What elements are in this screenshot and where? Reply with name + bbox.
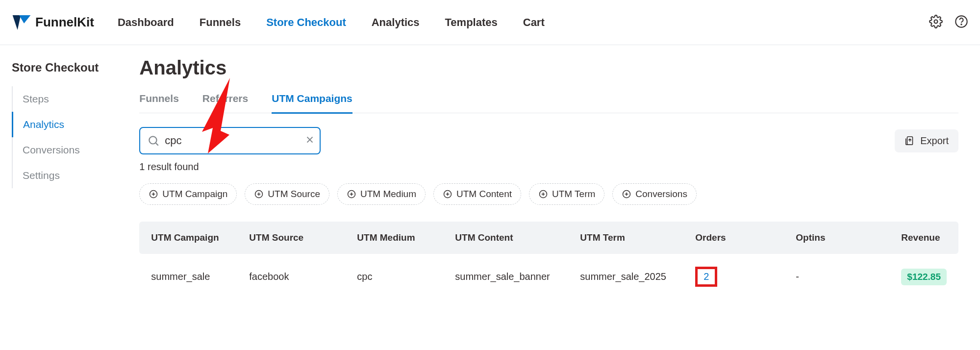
- chip-conversions[interactable]: Conversions: [612, 183, 697, 205]
- sidebar-item-settings[interactable]: Settings: [12, 163, 127, 188]
- tab-funnels[interactable]: Funnels: [139, 93, 179, 113]
- chip-utm-content[interactable]: UTM Content: [433, 183, 521, 205]
- clear-icon[interactable]: [304, 134, 315, 147]
- top-navigation: Dashboard Funnels Store Checkout Analyti…: [118, 16, 545, 29]
- cell-term: summer_sale_2025: [580, 271, 695, 282]
- tab-utm-campaigns[interactable]: UTM Campaigns: [272, 93, 352, 114]
- export-label: Export: [920, 135, 949, 147]
- cell-source: facebook: [249, 271, 357, 282]
- topbar: FunnelKit Dashboard Funnels Store Checko…: [0, 0, 980, 45]
- col-revenue: Revenue: [901, 232, 947, 243]
- cell-orders: 2: [695, 267, 796, 287]
- cell-medium: cpc: [357, 271, 455, 282]
- brand-logo[interactable]: FunnelKit: [12, 14, 94, 31]
- sidebar-item-analytics[interactable]: Analytics: [12, 112, 127, 137]
- nav-funnels[interactable]: Funnels: [200, 16, 241, 29]
- analytics-tabs: Funnels Referrers UTM Campaigns: [139, 93, 958, 113]
- plus-circle-icon: [622, 189, 631, 199]
- cell-content: summer_sale_banner: [455, 271, 580, 282]
- help-icon[interactable]: [955, 15, 968, 30]
- plus-circle-icon: [538, 189, 548, 199]
- col-utm-term: UTM Term: [580, 232, 695, 243]
- col-utm-medium: UTM Medium: [357, 232, 455, 243]
- brand-name: FunnelKit: [35, 15, 94, 30]
- nav-store-checkout[interactable]: Store Checkout: [266, 16, 346, 29]
- funnelkit-logo-icon: [12, 14, 31, 31]
- orders-highlight-box: 2: [695, 267, 717, 287]
- revenue-badge: $122.85: [901, 269, 947, 285]
- chip-utm-term[interactable]: UTM Term: [529, 183, 604, 205]
- tab-referrers[interactable]: Referrers: [202, 93, 248, 113]
- col-utm-source: UTM Source: [249, 232, 357, 243]
- cell-optins: -: [796, 271, 901, 282]
- search-box[interactable]: [139, 127, 321, 154]
- sidebar-item-steps[interactable]: Steps: [12, 86, 127, 112]
- sidebar-title: Store Checkout: [12, 61, 127, 75]
- search-icon: [147, 134, 160, 147]
- plus-circle-icon: [347, 189, 356, 199]
- table-row: summer_sale facebook cpc summer_sale_ban…: [139, 254, 958, 300]
- svg-point-2: [961, 24, 961, 25]
- svg-line-4: [156, 143, 158, 146]
- export-icon: [905, 135, 915, 146]
- export-button[interactable]: Export: [895, 129, 958, 152]
- results-count: 1 result found: [139, 161, 958, 173]
- utm-table: UTM Campaign UTM Source UTM Medium UTM C…: [139, 222, 958, 300]
- nav-analytics[interactable]: Analytics: [372, 16, 420, 29]
- orders-link[interactable]: 2: [704, 271, 709, 282]
- sidebar: Store Checkout Steps Analytics Conversio…: [0, 45, 139, 311]
- svg-point-0: [934, 20, 938, 23]
- nav-cart[interactable]: Cart: [523, 16, 545, 29]
- col-orders: Orders: [695, 232, 796, 243]
- col-utm-campaign: UTM Campaign: [151, 232, 249, 243]
- main-content: Analytics Funnels Referrers UTM Campaign…: [139, 45, 980, 311]
- search-input[interactable]: [160, 134, 304, 147]
- gear-icon[interactable]: [929, 15, 943, 30]
- cell-campaign: summer_sale: [151, 271, 249, 282]
- plus-circle-icon: [443, 189, 452, 199]
- col-optins: Optins: [796, 232, 901, 243]
- svg-point-3: [150, 136, 157, 144]
- plus-circle-icon: [149, 189, 158, 199]
- cell-revenue: $122.85: [901, 269, 947, 285]
- filter-chips: UTM Campaign UTM Source UTM Medium UTM C…: [139, 183, 958, 205]
- chip-utm-medium[interactable]: UTM Medium: [337, 183, 426, 205]
- nav-templates[interactable]: Templates: [445, 16, 498, 29]
- plus-circle-icon: [254, 189, 264, 199]
- nav-dashboard[interactable]: Dashboard: [118, 16, 174, 29]
- chip-utm-source[interactable]: UTM Source: [245, 183, 329, 205]
- table-header: UTM Campaign UTM Source UTM Medium UTM C…: [139, 222, 958, 254]
- chip-utm-campaign[interactable]: UTM Campaign: [139, 183, 237, 205]
- sidebar-item-conversions[interactable]: Conversions: [12, 137, 127, 163]
- col-utm-content: UTM Content: [455, 232, 580, 243]
- page-title: Analytics: [139, 57, 958, 79]
